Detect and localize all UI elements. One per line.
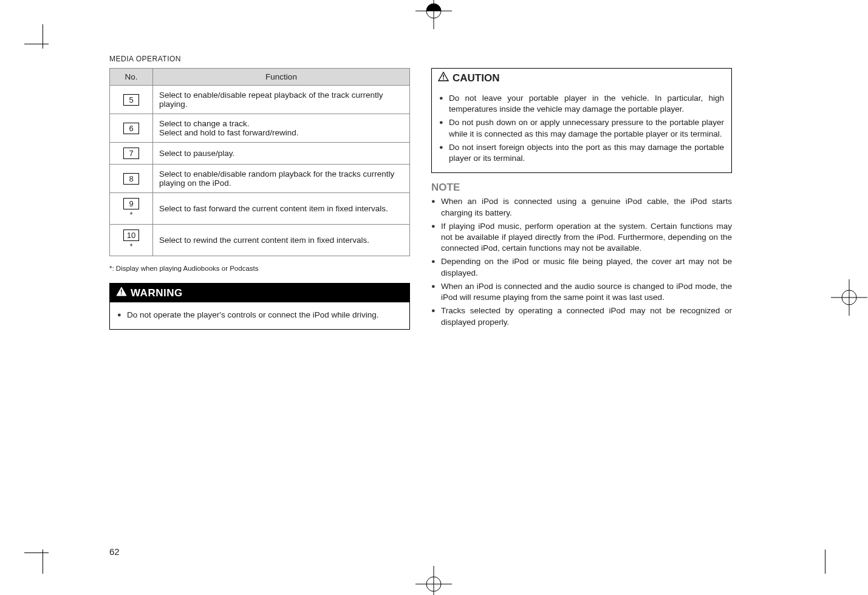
crop-line <box>24 44 49 44</box>
table-row: 6 Select to change a track. Select and h… <box>110 114 410 143</box>
note-item: When an iPod is connected and the audio … <box>431 281 732 303</box>
svg-text:!: ! <box>442 73 445 81</box>
row-number-box: 7 <box>123 148 139 159</box>
caution-item: Do not push down on or apply unnecessary… <box>439 117 724 139</box>
warning-item: Do not operate the player's controls or … <box>117 310 402 321</box>
row-number-box: 9 <box>123 198 139 209</box>
table-row: 10 * Select to rewind the current conten… <box>110 225 410 256</box>
svg-text:!: ! <box>120 288 123 296</box>
section-header: MEDIA OPERATION <box>109 55 777 63</box>
row-number-box: 5 <box>123 94 139 106</box>
crop-line <box>43 549 43 574</box>
row-function-text: Select to change a track. Select and hol… <box>153 114 410 143</box>
crop-line <box>825 549 825 574</box>
note-section: NOTE When an iPod is connected using a g… <box>431 182 732 327</box>
registration-mark-top <box>415 0 452 29</box>
registration-mark-right <box>831 279 867 316</box>
table-row: 9 * Select to fast forward the current c… <box>110 193 410 225</box>
page-content: MEDIA OPERATION No. Function 5 Select to… <box>109 55 777 330</box>
row-function-text: Select to pause/play. <box>153 143 410 165</box>
function-table: No. Function 5 Select to enable/disable … <box>109 68 410 256</box>
left-column: No. Function 5 Select to enable/disable … <box>109 68 410 330</box>
row-function-text: Select to enable/disable repeat playback… <box>153 86 410 114</box>
caution-title-bar: ! CAUTION <box>432 69 731 86</box>
caution-icon: ! <box>438 72 449 84</box>
row-function-text: Select to rewind the current content ite… <box>153 225 410 256</box>
row-function-text: Select to fast forward the current conte… <box>153 193 410 225</box>
row-star: * <box>116 211 146 219</box>
caution-item: Do not insert foreign objects into the p… <box>439 142 724 164</box>
note-item: Tracks selected by operating a connected… <box>431 305 732 327</box>
table-footnote: *: Display when playing Audiobooks or Po… <box>109 265 410 272</box>
table-header-function: Function <box>153 69 410 86</box>
table-row: 7 Select to pause/play. <box>110 143 410 165</box>
table-header-no: No. <box>110 69 153 86</box>
registration-mark-bottom <box>415 566 452 595</box>
table-row: 8 Select to enable/disable random playba… <box>110 165 410 193</box>
row-function-text: Select to enable/disable random playback… <box>153 165 410 193</box>
crop-line <box>43 24 43 49</box>
row-number-box: 6 <box>123 123 139 134</box>
caution-title: CAUTION <box>453 72 499 84</box>
two-column-layout: No. Function 5 Select to enable/disable … <box>109 68 777 330</box>
caution-item: Do not leave your portable player in the… <box>439 93 724 115</box>
note-item: When an iPod is connected using a genuin… <box>431 196 732 218</box>
warning-icon: ! <box>116 287 127 299</box>
warning-box: ! WARNING Do not operate the player's co… <box>109 283 410 330</box>
warning-title: WARNING <box>131 287 183 299</box>
crop-line <box>24 552 49 553</box>
page-number: 62 <box>109 546 120 557</box>
table-row: 5 Select to enable/disable repeat playba… <box>110 86 410 114</box>
note-item: Depending on the iPod or music file bein… <box>431 256 732 278</box>
note-item: If playing iPod music, perform operation… <box>431 221 732 254</box>
row-star: * <box>116 242 146 251</box>
note-title: NOTE <box>431 182 732 194</box>
right-column: ! CAUTION Do not leave your portable pla… <box>431 68 732 330</box>
caution-box: ! CAUTION Do not leave your portable pla… <box>431 68 732 173</box>
row-number-box: 10 <box>123 229 139 241</box>
row-number-box: 8 <box>123 173 139 185</box>
warning-title-bar: ! WARNING <box>110 284 409 302</box>
